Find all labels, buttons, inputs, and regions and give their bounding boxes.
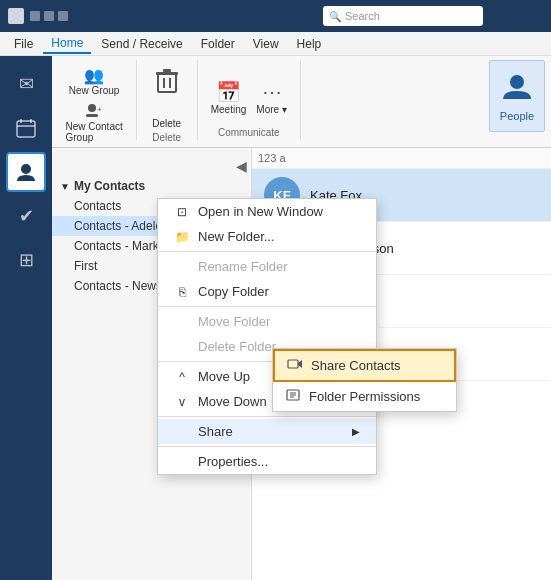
ctx-open-label: Open in New Window <box>198 204 323 219</box>
ctx-move-up-icon: ^ <box>174 370 190 384</box>
ctx-open-icon: ⊡ <box>174 205 190 219</box>
sidebar-mail[interactable]: ✉ <box>6 64 46 104</box>
new-group-label: New Group <box>69 85 120 96</box>
alpha-bar: 123 a <box>252 148 551 169</box>
share-submenu: Share Contacts Folder Permissions <box>272 348 457 412</box>
ctx-copy-label: Copy Folder <box>198 284 269 299</box>
ctx-new-folder[interactable]: 📁 New Folder... <box>158 224 376 249</box>
ctx-move-down-label: Move Down <box>198 394 267 409</box>
more-button[interactable]: ⋯ More ▾ <box>253 67 290 127</box>
ctx-delete-label: Delete Folder <box>198 339 276 354</box>
search-placeholder: Search <box>345 10 380 22</box>
share-contacts-label: Share Contacts <box>311 358 401 373</box>
menu-view[interactable]: View <box>245 35 287 53</box>
meeting-label: Meeting <box>211 104 247 115</box>
menu-bar: File Home Send / Receive Folder View Hel… <box>0 32 551 56</box>
ctx-sep-2 <box>158 306 376 307</box>
sidebar-apps[interactable]: ⊞ <box>6 240 46 280</box>
ctx-copy-icon: ⎘ <box>174 285 190 299</box>
search-icon: 🔍 <box>329 11 341 22</box>
share-contacts-icon <box>287 357 303 374</box>
ctx-rename-folder: Rename Folder <box>158 254 376 279</box>
folder-permissions-item[interactable]: Folder Permissions <box>273 382 456 411</box>
ctx-new-folder-label: New Folder... <box>198 229 275 244</box>
delete-icon <box>155 68 179 100</box>
svg-rect-9 <box>156 72 178 75</box>
folder-permissions-label: Folder Permissions <box>309 389 420 404</box>
ribbon-group-communicate: 📅 Meeting ⋯ More ▾ Communicate <box>198 60 301 140</box>
ctx-move-label: Move Folder <box>198 314 270 329</box>
people-label: People <box>500 110 534 122</box>
new-contact-group-icon: + <box>85 102 103 121</box>
svg-rect-6 <box>158 74 176 92</box>
ctx-share[interactable]: Share ▶ <box>158 419 376 444</box>
menu-file[interactable]: File <box>6 35 41 53</box>
menu-send-receive[interactable]: Send / Receive <box>93 35 190 53</box>
ribbon-delete-items: Delete <box>147 60 187 132</box>
svg-rect-12 <box>17 121 35 137</box>
ribbon-communicate-items: 📅 Meeting ⋯ More ▾ <box>208 60 290 127</box>
app-sidebar: ✉ ✔ ⊞ <box>0 56 52 580</box>
svg-point-11 <box>510 75 524 89</box>
people-icon <box>501 71 533 110</box>
ctx-share-label: Share <box>198 424 233 439</box>
my-contacts-header[interactable]: ▼ My Contacts <box>52 176 251 196</box>
redo-btn[interactable] <box>58 11 68 21</box>
delete-label: Delete <box>152 118 181 130</box>
new-contact-group-label: New ContactGroup <box>65 121 122 143</box>
ctx-move-folder: Move Folder <box>158 309 376 334</box>
svg-rect-7 <box>163 78 165 88</box>
svg-rect-17 <box>288 360 298 368</box>
undo-btn[interactable] <box>44 11 54 21</box>
my-contacts-label: My Contacts <box>74 179 145 193</box>
svg-point-16 <box>21 164 31 174</box>
sidebar-calendar[interactable] <box>6 108 46 148</box>
meeting-icon: 📅 <box>216 80 241 104</box>
ribbon-communicate-label: Communicate <box>218 127 280 140</box>
menu-home[interactable]: Home <box>43 34 91 54</box>
ctx-rename-label: Rename Folder <box>198 259 288 274</box>
ctx-properties[interactable]: Properties... <box>158 449 376 474</box>
new-contact-group-button[interactable]: + New ContactGroup <box>62 100 125 145</box>
ctx-sep-1 <box>158 251 376 252</box>
quick-access-toolbar <box>30 11 68 21</box>
expand-arrow-icon: ▼ <box>60 181 70 192</box>
more-icon: ⋯ <box>262 80 282 104</box>
svg-point-3 <box>88 104 96 112</box>
ctx-move-up-label: Move Up <box>198 369 250 384</box>
folder-permissions-icon <box>285 388 301 405</box>
new-group-icon: 👥 <box>84 66 104 85</box>
menu-folder[interactable]: Folder <box>193 35 243 53</box>
people-section: People <box>489 60 545 132</box>
new-group-button[interactable]: 👥 New Group <box>62 64 125 98</box>
ctx-sep-5 <box>158 446 376 447</box>
ctx-properties-label: Properties... <box>198 454 268 469</box>
collapse-panel-button[interactable]: ◀ <box>236 158 247 174</box>
share-contacts-item[interactable]: Share Contacts <box>273 349 456 382</box>
save-btn[interactable] <box>30 11 40 21</box>
ctx-open-new-window[interactable]: ⊡ Open in New Window <box>158 199 376 224</box>
sidebar-contacts[interactable] <box>6 152 46 192</box>
ctx-share-arrow-icon: ▶ <box>352 426 360 437</box>
ctx-new-folder-icon: 📁 <box>174 230 190 244</box>
people-button[interactable]: People <box>489 60 545 132</box>
svg-rect-10 <box>163 69 171 72</box>
search-box[interactable]: 🔍 Search <box>323 6 483 26</box>
ctx-copy-folder[interactable]: ⎘ Copy Folder <box>158 279 376 304</box>
ctx-sep-4 <box>158 416 376 417</box>
context-menu: ⊡ Open in New Window 📁 New Folder... Ren… <box>157 198 377 475</box>
title-bar: 🔍 Search <box>0 0 551 32</box>
ribbon-group-delete: Delete Delete <box>137 60 198 140</box>
meeting-button[interactable]: 📅 Meeting <box>208 67 250 127</box>
delete-button[interactable]: Delete <box>147 64 187 132</box>
sidebar-tasks[interactable]: ✔ <box>6 196 46 236</box>
svg-rect-4 <box>86 114 98 117</box>
ctx-move-down-icon: v <box>174 395 190 409</box>
ribbon-delete-label: Delete <box>152 132 181 145</box>
main-area: ◀ ▼ My Contacts Contacts Contacts - Adel… <box>52 148 551 580</box>
more-label: More ▾ <box>256 104 287 115</box>
svg-text:+: + <box>97 105 102 114</box>
ribbon: + NewContact 👥 New Group + New ContactGr… <box>0 56 551 148</box>
app-icon <box>8 8 24 24</box>
menu-help[interactable]: Help <box>289 35 330 53</box>
